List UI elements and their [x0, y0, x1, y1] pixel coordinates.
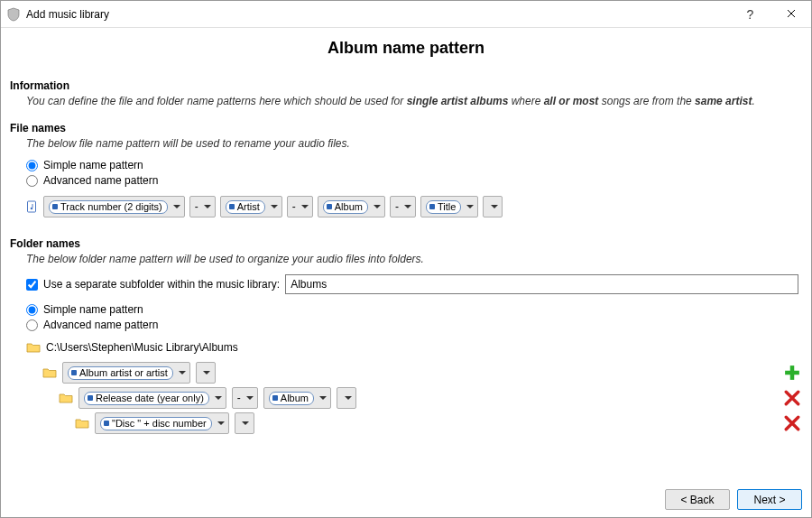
window-title: Add music library	[26, 8, 109, 21]
section-information-desc: You can define the file and folder name …	[26, 95, 802, 107]
folder-level2-add[interactable]	[337, 387, 356, 409]
file-token-add[interactable]	[483, 196, 503, 217]
folder-tree: C:\Users\Stephen\Music Library\Albums Al…	[26, 335, 802, 436]
radio-file-advanced[interactable]: Advanced name pattern	[26, 174, 802, 187]
svg-rect-3	[785, 371, 799, 375]
file-tokens-row: Track number (2 digits) - Artist - Album…	[26, 196, 802, 217]
folder-token-album-artist[interactable]: Album artist or artist	[62, 362, 190, 384]
section-filenames-heading: File names	[10, 122, 802, 134]
subfolder-checkbox[interactable]	[26, 279, 38, 291]
chevron-down-icon	[179, 371, 186, 375]
chevron-down-icon	[466, 205, 474, 208]
chevron-down-icon	[215, 396, 222, 400]
subfolder-input[interactable]	[285, 274, 798, 294]
tag-pill-icon: Album	[269, 392, 314, 405]
page-heading: Album name pattern	[1, 28, 811, 74]
close-button[interactable]	[770, 1, 811, 28]
tag-pill-icon: Album artist or artist	[68, 366, 173, 380]
tree-level-1: Album artist or artist	[26, 360, 802, 385]
back-button[interactable]: < Back	[665, 489, 730, 510]
window-titlebar: Add music library ?	[1, 1, 811, 28]
folder-icon	[42, 365, 57, 380]
svg-rect-0	[28, 201, 36, 212]
file-separator-3[interactable]: -	[390, 196, 416, 217]
chevron-down-icon	[301, 205, 309, 208]
chevron-down-icon	[345, 396, 352, 400]
tree-root-path: C:\Users\Stephen\Music Library\Albums	[46, 341, 238, 354]
folder-level1-add[interactable]	[196, 362, 216, 384]
section-information-heading: Information	[10, 79, 802, 92]
radio-folder-advanced[interactable]: Advanced name pattern	[26, 319, 802, 331]
file-separator-1[interactable]: -	[189, 196, 216, 217]
tag-pill-icon: Album	[323, 200, 368, 214]
tag-pill-icon: Artist	[226, 200, 265, 214]
radio-folder-simple-label: Simple name pattern	[43, 303, 143, 316]
wizard-footer: < Back Next >	[665, 489, 802, 510]
tag-pill-icon: "Disc " + disc number	[100, 417, 212, 430]
tree-level-3: "Disc " + disc number	[26, 411, 802, 436]
tag-pill-icon: Release date (year only)	[84, 392, 209, 405]
folder-separator-1[interactable]: -	[232, 387, 258, 409]
radio-folder-simple[interactable]: Simple name pattern	[26, 303, 802, 316]
tree-root: C:\Users\Stephen\Music Library\Albums	[26, 335, 802, 360]
folder-token-release-date[interactable]: Release date (year only)	[78, 387, 226, 409]
radio-folder-simple-input[interactable]	[26, 304, 38, 316]
help-icon: ?	[747, 7, 754, 22]
radio-file-advanced-label: Advanced name pattern	[43, 174, 158, 187]
subfolder-row: Use a separate subfolder within the musi…	[26, 274, 802, 294]
folder-icon	[75, 416, 89, 430]
remove-folder-level-icon[interactable]	[784, 390, 800, 406]
folder-icon	[59, 391, 73, 405]
tree-level-2: Release date (year only) - Album	[26, 385, 802, 411]
chevron-down-icon	[242, 421, 249, 425]
chevron-down-icon	[246, 396, 254, 400]
chevron-down-icon	[491, 205, 498, 208]
chevron-down-icon	[173, 205, 180, 208]
folder-token-album[interactable]: Album	[263, 387, 331, 409]
chevron-down-icon	[374, 205, 381, 208]
file-separator-2[interactable]: -	[287, 196, 313, 217]
remove-folder-level-icon[interactable]	[784, 415, 800, 431]
audio-file-icon	[26, 200, 39, 213]
section-foldernames-desc: The below folder name pattern will be us…	[26, 253, 802, 265]
radio-file-advanced-input[interactable]	[26, 175, 38, 187]
folder-token-disc-number[interactable]: "Disc " + disc number	[95, 412, 229, 434]
chevron-down-icon	[404, 205, 411, 208]
add-folder-level-icon[interactable]	[784, 365, 800, 381]
section-foldernames-heading: Folder names	[10, 237, 802, 250]
chevron-down-icon	[271, 205, 278, 208]
next-button[interactable]: Next >	[737, 489, 802, 510]
file-token-album[interactable]: Album	[318, 196, 385, 217]
chevron-down-icon	[204, 205, 211, 208]
help-button[interactable]: ?	[730, 1, 770, 28]
radio-folder-advanced-input[interactable]	[26, 319, 38, 331]
section-filenames-desc: The below file name pattern will be used…	[26, 137, 802, 150]
tag-pill-icon: Track number (2 digits)	[49, 200, 168, 214]
folder-level3-add[interactable]	[235, 412, 254, 434]
close-icon	[787, 8, 796, 21]
radio-folder-advanced-label: Advanced name pattern	[43, 319, 158, 331]
tag-pill-icon: Title	[426, 200, 461, 214]
chevron-down-icon	[217, 421, 225, 425]
subfolder-label: Use a separate subfolder within the musi…	[43, 278, 280, 291]
radio-file-simple[interactable]: Simple name pattern	[26, 159, 802, 171]
svg-point-1	[31, 208, 33, 210]
file-token-track-number[interactable]: Track number (2 digits)	[43, 196, 185, 217]
file-token-artist[interactable]: Artist	[220, 196, 282, 217]
radio-file-simple-label: Simple name pattern	[43, 159, 143, 171]
file-token-title[interactable]: Title	[420, 196, 478, 217]
folder-icon	[26, 340, 41, 355]
chevron-down-icon	[203, 371, 210, 375]
chevron-down-icon	[319, 396, 327, 400]
radio-file-simple-input[interactable]	[26, 160, 38, 171]
app-icon	[6, 7, 21, 22]
